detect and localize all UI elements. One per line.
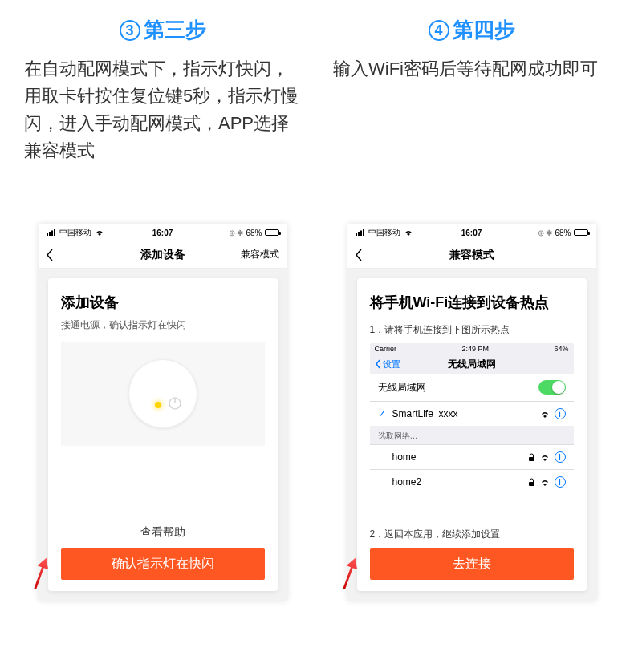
lock-icon xyxy=(528,478,535,487)
toggle-on-icon[interactable] xyxy=(538,380,566,395)
wifi-signal-icon xyxy=(540,453,550,461)
ws-nav-title: 无线局域网 xyxy=(448,358,496,371)
nav-title: 添加设备 xyxy=(140,248,185,262)
card-heading: 将手机Wi-Fi连接到设备热点 xyxy=(370,293,574,312)
card-subtitle: 接通电源，确认指示灯在快闪 xyxy=(61,318,265,332)
nav-bar: 兼容模式 xyxy=(347,241,596,269)
wifi-network-name: home xyxy=(378,451,417,463)
confirm-blink-button[interactable]: 确认指示灯在快闪 xyxy=(61,548,265,580)
battery-icon xyxy=(265,229,279,236)
status-time: 16:07 xyxy=(347,229,596,237)
device-illustration xyxy=(61,342,265,446)
svg-rect-10 xyxy=(529,457,534,461)
svg-rect-11 xyxy=(529,482,534,486)
wifi-network-row[interactable]: home i xyxy=(370,444,574,469)
step3-desc: 在自动配网模式下，指示灯快闪，用取卡针按住复位键5秒，指示灯慢闪，进入手动配网模… xyxy=(24,55,301,208)
status-bar: 中国移动 16:07 ⊕ ✱ 68% xyxy=(347,224,596,241)
card-heading: 添加设备 xyxy=(61,293,265,312)
ws-back-button[interactable]: 设置 xyxy=(375,358,400,370)
ws-battery: 64% xyxy=(554,345,568,353)
step3-title: 3第三步 xyxy=(24,16,301,44)
wifi-signal-icon xyxy=(540,410,550,418)
wifi-settings-screenshot: Carrier 2:49 PM 64% 设置 无线局域网 xyxy=(370,343,574,494)
nav-bar: 添加设备 兼容模式 xyxy=(39,241,287,269)
check-icon: ✓ xyxy=(378,408,386,419)
back-button[interactable] xyxy=(354,241,364,268)
info-icon[interactable]: i xyxy=(555,476,566,488)
led-indicator-icon xyxy=(155,402,161,408)
nav-right-mode[interactable]: 兼容模式 xyxy=(241,241,279,268)
lock-icon xyxy=(528,453,535,462)
ws-carrier: Carrier xyxy=(375,345,397,353)
ws-time: 2:49 PM xyxy=(461,345,489,353)
nav-title: 兼容模式 xyxy=(449,248,494,262)
help-link[interactable]: 查看帮助 xyxy=(61,525,265,540)
go-connect-button[interactable]: 去连接 xyxy=(370,548,574,580)
guide-step1: 1．请将手机连接到下图所示热点 xyxy=(370,323,574,337)
wifi-toggle-row[interactable]: 无线局域网 xyxy=(370,374,574,401)
ws-section-label: 选取网络… xyxy=(370,426,574,444)
phone-screenshot-right: 中国移动 16:07 ⊕ ✱ 68% xyxy=(347,224,596,601)
phone-screenshot-left: 中国移动 16:07 ⊕ ✱ 68% xyxy=(39,224,287,601)
info-icon[interactable]: i xyxy=(555,451,566,463)
step4-title: 4第四步 xyxy=(333,16,610,44)
wifi-connected-row[interactable]: ✓ SmartLife_xxxx i xyxy=(370,401,574,426)
guide-step2: 2．返回本应用，继续添加设置 xyxy=(370,528,574,541)
step4-desc: 输入WiFi密码后等待配网成功即可 xyxy=(333,55,610,208)
wifi-network-row[interactable]: home2 i xyxy=(370,469,574,494)
wifi-network-name: home2 xyxy=(378,476,422,488)
status-bar: 中国移动 16:07 ⊕ ✱ 68% xyxy=(39,224,287,241)
power-icon xyxy=(168,396,182,411)
info-icon[interactable]: i xyxy=(555,408,566,419)
status-time: 16:07 xyxy=(39,229,287,237)
wifi-connected-name: SmartLife_xxxx xyxy=(392,408,458,419)
wifi-signal-icon xyxy=(540,478,550,486)
battery-icon xyxy=(574,229,588,236)
wifi-toggle-label: 无线局域网 xyxy=(378,381,426,395)
back-button[interactable] xyxy=(45,241,55,268)
